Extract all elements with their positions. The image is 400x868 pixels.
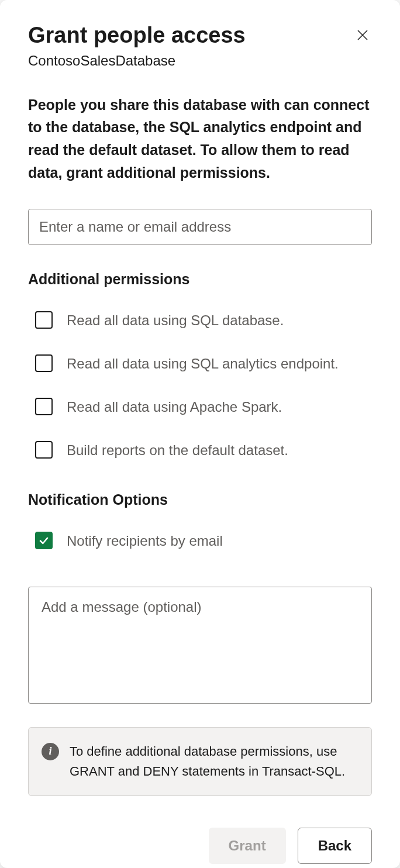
checkbox-label: Notify recipients by email: [67, 531, 223, 552]
close-icon: [356, 28, 370, 42]
notification-options-heading: Notification Options: [28, 491, 372, 508]
additional-permissions-heading: Additional permissions: [28, 271, 372, 288]
dialog-title: Grant people access: [28, 22, 246, 49]
notification-options-list: Notify recipients by email: [28, 526, 372, 556]
grant-button[interactable]: Grant: [209, 828, 286, 864]
notify-recipients-checkbox[interactable]: Notify recipients by email: [28, 526, 372, 556]
checkbox-icon: [35, 354, 53, 372]
info-banner-text: To define additional database permission…: [70, 742, 358, 781]
info-icon: i: [42, 743, 59, 760]
message-textarea[interactable]: [28, 587, 372, 704]
info-banner: i To define additional database permissi…: [28, 727, 372, 796]
dialog-footer-buttons: Grant Back: [28, 828, 372, 864]
permission-checkbox-apache-spark[interactable]: Read all data using Apache Spark.: [28, 392, 372, 422]
permission-checkbox-sql-database[interactable]: Read all data using SQL database.: [28, 305, 372, 336]
name-email-input[interactable]: [28, 209, 372, 245]
additional-permissions-list: Read all data using SQL database. Read a…: [28, 305, 372, 466]
grant-access-dialog: Grant people access ContosoSalesDatabase…: [0, 0, 400, 868]
dialog-subtitle: ContosoSalesDatabase: [28, 53, 372, 69]
permission-checkbox-sql-analytics[interactable]: Read all data using SQL analytics endpoi…: [28, 349, 372, 379]
checkbox-label: Build reports on the default dataset.: [67, 440, 288, 461]
checkbox-icon: [35, 532, 53, 549]
checkbox-label: Read all data using SQL database.: [67, 310, 284, 331]
checkbox-label: Read all data using SQL analytics endpoi…: [67, 353, 339, 374]
checkbox-icon: [35, 441, 53, 459]
close-button[interactable]: [353, 26, 372, 46]
checkbox-icon: [35, 398, 53, 415]
permission-checkbox-build-reports[interactable]: Build reports on the default dataset.: [28, 435, 372, 466]
dialog-header: Grant people access: [28, 22, 372, 49]
checkbox-label: Read all data using Apache Spark.: [67, 397, 282, 418]
checkbox-icon: [35, 311, 53, 329]
dialog-description: People you share this database with can …: [28, 94, 372, 184]
back-button[interactable]: Back: [298, 828, 372, 864]
